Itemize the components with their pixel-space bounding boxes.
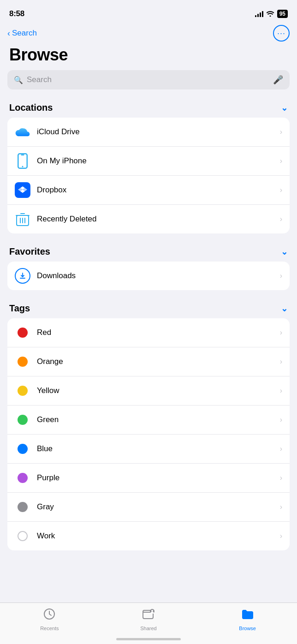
red-tag-label: Red bbox=[37, 328, 273, 337]
list-item[interactable]: On My iPhone › bbox=[7, 147, 290, 176]
back-button[interactable]: ‹ Search bbox=[7, 29, 37, 38]
content-area: Locations ⌄ iCloud Drive › bbox=[0, 99, 297, 606]
list-item[interactable]: Orange › bbox=[7, 347, 290, 376]
red-tag-icon bbox=[15, 325, 30, 340]
work-tag-label: Work bbox=[37, 531, 273, 541]
purple-tag-chevron-icon: › bbox=[280, 474, 282, 482]
locations-list: iCloud Drive › On My iPhone › bbox=[7, 118, 290, 233]
list-item[interactable]: iCloud Drive › bbox=[7, 118, 290, 147]
blue-tag-chevron-icon: › bbox=[280, 445, 282, 453]
more-options-button[interactable]: ··· bbox=[273, 25, 290, 42]
downloads-icon bbox=[15, 268, 30, 284]
tags-section-header: Tags ⌄ bbox=[0, 299, 297, 318]
browse-tab-label: Browse bbox=[239, 626, 256, 631]
list-item[interactable]: Red › bbox=[7, 318, 290, 347]
work-tag-chevron-icon: › bbox=[280, 532, 282, 540]
gray-tag-label: Gray bbox=[37, 502, 273, 512]
tags-list: Red › Orange › Yellow › Green › bbox=[7, 318, 290, 550]
home-indicator bbox=[116, 638, 181, 640]
tags-collapse-icon[interactable]: ⌄ bbox=[281, 304, 288, 314]
list-item[interactable]: Green › bbox=[7, 405, 290, 435]
svg-point-10 bbox=[151, 610, 153, 612]
favorites-section-header: Favorites ⌄ bbox=[0, 243, 297, 262]
on-my-iphone-label: On My iPhone bbox=[37, 156, 273, 166]
search-bar[interactable]: 🔍 🎤 bbox=[7, 70, 290, 89]
status-bar: 8:58 95 bbox=[0, 0, 297, 23]
yellow-tag-icon bbox=[15, 383, 30, 399]
on-my-iphone-icon bbox=[15, 153, 30, 169]
work-tag-icon bbox=[15, 528, 30, 544]
downloads-label: Downloads bbox=[37, 271, 273, 280]
back-label: Search bbox=[12, 29, 37, 38]
yellow-tag-chevron-icon: › bbox=[280, 387, 282, 395]
list-item[interactable]: Recently Deleted › bbox=[7, 205, 290, 233]
back-arrow-icon: ‹ bbox=[7, 29, 10, 38]
green-tag-label: Green bbox=[37, 415, 273, 424]
list-item[interactable]: Dropbox › bbox=[7, 176, 290, 205]
list-item[interactable]: Blue › bbox=[7, 435, 290, 464]
recently-deleted-icon bbox=[15, 211, 30, 227]
microphone-icon[interactable]: 🎤 bbox=[273, 75, 283, 85]
page-title: Browse bbox=[0, 43, 297, 70]
list-item[interactable]: Work › bbox=[7, 522, 290, 550]
red-tag-chevron-icon: › bbox=[280, 328, 282, 337]
more-dots-icon: ··· bbox=[277, 29, 285, 38]
svg-point-2 bbox=[22, 166, 24, 167]
orange-tag-icon bbox=[15, 354, 30, 370]
yellow-tag-label: Yellow bbox=[37, 386, 273, 395]
locations-collapse-icon[interactable]: ⌄ bbox=[281, 103, 288, 113]
on-my-iphone-chevron-icon: › bbox=[280, 157, 282, 165]
list-item[interactable]: Purple › bbox=[7, 464, 290, 493]
shared-tab-label: Shared bbox=[140, 626, 156, 631]
search-input[interactable] bbox=[27, 75, 269, 84]
browse-icon bbox=[241, 608, 255, 624]
gray-tag-chevron-icon: › bbox=[280, 503, 282, 511]
recently-deleted-chevron-icon: › bbox=[280, 215, 282, 223]
signal-icon bbox=[255, 11, 263, 17]
recents-icon bbox=[43, 608, 56, 624]
blue-tag-icon bbox=[15, 441, 30, 457]
recently-deleted-label: Recently Deleted bbox=[37, 215, 273, 224]
shared-icon bbox=[142, 608, 155, 624]
orange-tag-label: Orange bbox=[37, 357, 273, 366]
downloads-chevron-icon: › bbox=[280, 272, 282, 280]
dropbox-chevron-icon: › bbox=[280, 186, 282, 194]
tab-shared[interactable]: Shared bbox=[132, 608, 165, 631]
purple-tag-label: Purple bbox=[37, 473, 273, 483]
search-icon: 🔍 bbox=[14, 76, 23, 84]
tags-title: Tags bbox=[9, 303, 30, 314]
wifi-icon bbox=[266, 10, 274, 18]
list-item[interactable]: Gray › bbox=[7, 493, 290, 522]
dropbox-icon bbox=[15, 182, 30, 198]
tab-browse[interactable]: Browse bbox=[232, 608, 264, 631]
gray-tag-icon bbox=[15, 499, 30, 515]
list-item[interactable]: Downloads › bbox=[7, 262, 290, 290]
locations-section-header: Locations ⌄ bbox=[0, 99, 297, 118]
favorites-title: Favorites bbox=[9, 246, 50, 257]
purple-tag-icon bbox=[15, 470, 30, 486]
battery-indicator: 95 bbox=[277, 10, 288, 18]
list-item[interactable]: Yellow › bbox=[7, 376, 290, 405]
icloud-drive-label: iCloud Drive bbox=[37, 127, 273, 137]
favorites-list: Downloads › bbox=[7, 262, 290, 290]
green-tag-icon bbox=[15, 412, 30, 428]
tab-recents[interactable]: Recents bbox=[33, 608, 65, 631]
favorites-collapse-icon[interactable]: ⌄ bbox=[281, 247, 288, 257]
status-icons: 95 bbox=[255, 10, 288, 18]
recents-tab-label: Recents bbox=[40, 626, 59, 631]
locations-title: Locations bbox=[9, 102, 53, 113]
icloud-drive-chevron-icon: › bbox=[280, 128, 282, 136]
green-tag-chevron-icon: › bbox=[280, 416, 282, 424]
blue-tag-label: Blue bbox=[37, 444, 273, 453]
status-time: 8:58 bbox=[9, 9, 24, 18]
orange-tag-chevron-icon: › bbox=[280, 358, 282, 366]
dropbox-label: Dropbox bbox=[37, 185, 273, 195]
svg-rect-1 bbox=[21, 155, 24, 156]
icloud-drive-icon bbox=[15, 124, 30, 140]
nav-bar: ‹ Search ··· bbox=[0, 23, 297, 43]
